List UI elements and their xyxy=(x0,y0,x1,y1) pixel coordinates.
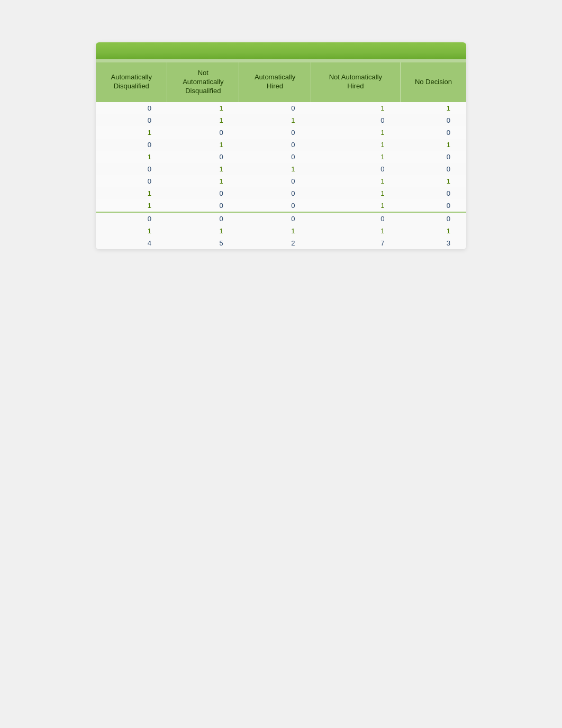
cell-4-0: 1 xyxy=(96,151,167,163)
cell-1-2: 1 xyxy=(239,114,311,126)
summary-cell-2-1: 5 xyxy=(167,237,239,249)
header-col-4: No Decision xyxy=(400,62,466,102)
header-col-2: Automatically Hired xyxy=(239,62,311,102)
cell-1-4: 0 xyxy=(400,114,466,126)
table-header: Automatically DisqualifiedNot Automatica… xyxy=(96,62,466,102)
cell-4-2: 0 xyxy=(239,151,311,163)
cell-8-0: 1 xyxy=(96,199,167,212)
cell-7-4: 0 xyxy=(400,187,466,199)
cell-3-4: 1 xyxy=(400,139,466,151)
cell-1-3: 0 xyxy=(311,114,400,126)
page-wrapper: Automatically DisqualifiedNot Automatica… xyxy=(0,0,562,728)
cell-0-1: 1 xyxy=(167,102,239,114)
summary-cell-1-2: 1 xyxy=(239,225,311,237)
summary-cell-0-3: 0 xyxy=(311,212,400,225)
cell-0-3: 1 xyxy=(311,102,400,114)
summary-cell-2-4: 3 xyxy=(400,237,466,249)
cell-2-3: 1 xyxy=(311,126,400,139)
header-col-3: Not Automatically Hired xyxy=(311,62,400,102)
summary-cell-0-2: 0 xyxy=(239,212,311,225)
cell-7-0: 1 xyxy=(96,187,167,199)
summary-row: 11111 xyxy=(96,225,466,237)
employment-table: Automatically DisqualifiedNot Automatica… xyxy=(96,62,466,249)
table-row: 01011 xyxy=(96,139,466,151)
cell-1-0: 0 xyxy=(96,114,167,126)
cell-3-1: 1 xyxy=(167,139,239,151)
summary-cell-2-0: 4 xyxy=(96,237,167,249)
summary-cell-1-0: 1 xyxy=(96,225,167,237)
cell-7-1: 0 xyxy=(167,187,239,199)
table-body: 0101101100100100101110010011000101110010… xyxy=(96,102,466,212)
cell-0-0: 0 xyxy=(96,102,167,114)
summary-cell-1-4: 1 xyxy=(400,225,466,237)
cell-2-1: 0 xyxy=(167,126,239,139)
header-row: Automatically DisqualifiedNot Automatica… xyxy=(96,62,466,102)
summary-cell-0-0: 0 xyxy=(96,212,167,225)
cell-8-2: 0 xyxy=(239,199,311,212)
cell-6-2: 0 xyxy=(239,175,311,187)
table-container: Automatically DisqualifiedNot Automatica… xyxy=(96,42,466,249)
cell-4-1: 0 xyxy=(167,151,239,163)
cell-6-1: 1 xyxy=(167,175,239,187)
cell-4-3: 1 xyxy=(311,151,400,163)
cell-6-3: 1 xyxy=(311,175,400,187)
cell-3-2: 0 xyxy=(239,139,311,151)
table-row: 10010 xyxy=(96,187,466,199)
cell-7-2: 0 xyxy=(239,187,311,199)
cell-8-1: 0 xyxy=(167,199,239,212)
summary-cell-0-1: 0 xyxy=(167,212,239,225)
header-col-1: Not Automatically Disqualified xyxy=(167,62,239,102)
cell-0-2: 0 xyxy=(239,102,311,114)
cell-6-0: 0 xyxy=(96,175,167,187)
header-col-0: Automatically Disqualified xyxy=(96,62,167,102)
cell-0-4: 1 xyxy=(400,102,466,114)
cell-5-2: 1 xyxy=(239,163,311,175)
cell-3-0: 0 xyxy=(96,139,167,151)
cell-2-0: 1 xyxy=(96,126,167,139)
table-row: 01011 xyxy=(96,102,466,114)
summary-cell-2-2: 2 xyxy=(239,237,311,249)
summary-cell-0-4: 0 xyxy=(400,212,466,225)
summary-row: 00000 xyxy=(96,212,466,225)
page-title xyxy=(96,42,466,59)
table-row: 01100 xyxy=(96,163,466,175)
table-row: 10010 xyxy=(96,151,466,163)
summary-row: 45273 xyxy=(96,237,466,249)
summary-cell-2-3: 7 xyxy=(311,237,400,249)
table-row: 01011 xyxy=(96,175,466,187)
summary-cell-1-1: 1 xyxy=(167,225,239,237)
cell-5-4: 0 xyxy=(400,163,466,175)
cell-8-4: 0 xyxy=(400,199,466,212)
cell-4-4: 0 xyxy=(400,151,466,163)
cell-3-3: 1 xyxy=(311,139,400,151)
table-row: 10010 xyxy=(96,199,466,212)
table-row: 01100 xyxy=(96,114,466,126)
cell-5-3: 0 xyxy=(311,163,400,175)
cell-5-0: 0 xyxy=(96,163,167,175)
table-row: 10010 xyxy=(96,126,466,139)
cell-2-4: 0 xyxy=(400,126,466,139)
cell-1-1: 1 xyxy=(167,114,239,126)
cell-7-3: 1 xyxy=(311,187,400,199)
cell-2-2: 0 xyxy=(239,126,311,139)
cell-5-1: 1 xyxy=(167,163,239,175)
cell-6-4: 1 xyxy=(400,175,466,187)
summary-cell-1-3: 1 xyxy=(311,225,400,237)
summary-body: 000001111145273 xyxy=(96,212,466,249)
cell-8-3: 1 xyxy=(311,199,400,212)
